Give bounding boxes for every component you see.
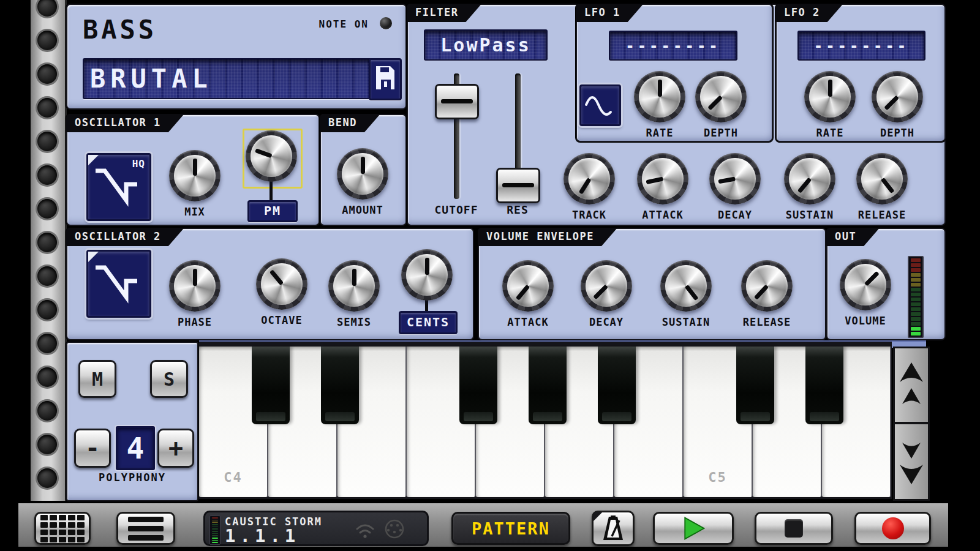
polyphony-label: POLYPHONY bbox=[67, 471, 197, 484]
volenv-decay-knob[interactable]: DECAY bbox=[570, 260, 643, 328]
rack-screw-hole bbox=[37, 435, 57, 454]
knob-label: RELEASE bbox=[730, 316, 804, 328]
knob-label: TRACK bbox=[552, 209, 626, 221]
play-button[interactable] bbox=[653, 512, 734, 545]
knob-label: DEPTH bbox=[684, 127, 758, 139]
black-key-F#4[interactable] bbox=[459, 347, 497, 424]
volenv-release-knob[interactable]: RELEASE bbox=[730, 260, 804, 328]
meter-segment bbox=[212, 527, 218, 528]
transport-bar: CAUSTIC STORM 1.1.1 PATTERN bbox=[18, 503, 948, 547]
lfo2-tab: LFO 2 bbox=[775, 4, 843, 22]
lfo2-display[interactable]: -------- bbox=[797, 31, 925, 61]
osc2-cents-knob[interactable] bbox=[390, 249, 464, 301]
fold-corner bbox=[88, 155, 99, 165]
cents-knob-stem bbox=[425, 299, 428, 312]
metronome-button[interactable] bbox=[592, 511, 635, 546]
volenv-attack-knob[interactable]: ATTACK bbox=[491, 260, 565, 328]
fold-corner bbox=[88, 252, 99, 262]
meter-segment bbox=[212, 524, 218, 525]
black-key-A#4[interactable] bbox=[598, 347, 636, 424]
cutoff-slider-handle[interactable] bbox=[435, 84, 479, 119]
lfo1-display[interactable]: -------- bbox=[609, 31, 737, 61]
pattern-button[interactable]: PATTERN bbox=[451, 512, 570, 545]
key-label-C5: C5 bbox=[684, 470, 752, 485]
bend-amount-knob[interactable]: AMOUNT bbox=[326, 148, 399, 216]
osc2-phase-knob[interactable]: PHASE bbox=[158, 260, 232, 328]
save-preset-button[interactable] bbox=[369, 58, 402, 100]
filter-decay-knob[interactable]: DECAY bbox=[698, 153, 772, 221]
filter-res-slider[interactable] bbox=[515, 73, 521, 199]
meter-segment bbox=[911, 268, 921, 272]
meter-segment bbox=[911, 293, 921, 296]
meter-segment bbox=[212, 538, 218, 539]
note-on-led bbox=[380, 17, 392, 29]
lfo1-waveform-button[interactable] bbox=[579, 84, 621, 126]
mute-button[interactable]: M bbox=[78, 360, 116, 398]
osc2-cents-mode-button[interactable]: CENTS bbox=[399, 311, 458, 334]
knob-label: ATTACK bbox=[491, 316, 565, 328]
black-key-D#4[interactable] bbox=[321, 347, 359, 424]
stop-square-icon bbox=[785, 519, 803, 538]
osc1-pm-mode-button[interactable]: PM bbox=[247, 200, 298, 222]
rack-screw-hole bbox=[37, 233, 57, 252]
output-level-meter bbox=[908, 256, 924, 338]
volume-envelope-tab: VOLUME ENVELOPE bbox=[478, 228, 617, 246]
volenv-sustain-knob[interactable]: SUSTAIN bbox=[649, 260, 723, 328]
pad-grid-icon bbox=[40, 515, 85, 542]
filter-type-display[interactable]: LowPass bbox=[424, 29, 548, 61]
out-volume-knob[interactable]: VOLUME bbox=[829, 259, 902, 327]
solo-button[interactable]: S bbox=[150, 360, 188, 398]
rack-screw-hole bbox=[37, 98, 57, 118]
play-triangle-icon bbox=[680, 515, 707, 542]
meter-segment bbox=[212, 542, 218, 543]
osc1-waveform-button[interactable]: HQ bbox=[86, 153, 151, 221]
rack-rail bbox=[31, 0, 67, 501]
meter-segment bbox=[212, 533, 218, 534]
record-button[interactable] bbox=[854, 512, 931, 545]
octave-up-button[interactable] bbox=[893, 347, 930, 424]
lfo2-depth-knob[interactable]: DEPTH bbox=[861, 71, 934, 139]
meter-segment bbox=[212, 528, 218, 530]
meter-segment bbox=[911, 332, 921, 335]
stop-button[interactable] bbox=[755, 512, 833, 545]
rack-screw-hole bbox=[37, 266, 57, 286]
note-on-label: NOTE ON bbox=[319, 18, 369, 30]
knob-label: DEPTH bbox=[861, 127, 934, 139]
osc1-mix-knob[interactable]: MIX bbox=[158, 150, 232, 218]
lfo2-rate-knob[interactable]: RATE bbox=[793, 71, 867, 139]
oscillator2-tab: OSCILLATOR 2 bbox=[66, 228, 184, 246]
pads-view-button[interactable] bbox=[34, 512, 91, 545]
bend-tab: BEND bbox=[320, 114, 380, 132]
black-key-C#4[interactable] bbox=[252, 347, 290, 424]
polyphony-decrement-button[interactable]: - bbox=[74, 429, 111, 468]
res-slider-handle[interactable] bbox=[496, 168, 540, 203]
filter-cutoff-slider[interactable] bbox=[454, 73, 459, 199]
knob-label: SUSTAIN bbox=[773, 209, 846, 221]
meter-segment bbox=[911, 302, 921, 306]
knob-label: SUSTAIN bbox=[649, 316, 723, 328]
filter-attack-knob[interactable]: ATTACK bbox=[626, 153, 699, 221]
knob-label: RELEASE bbox=[845, 209, 919, 221]
osc2-octave-knob[interactable]: OCTAVE bbox=[245, 258, 318, 326]
osc2-waveform-button[interactable] bbox=[86, 250, 151, 318]
preset-name-display[interactable]: BRUTAL bbox=[83, 58, 372, 99]
octave-down-button[interactable] bbox=[893, 422, 930, 501]
osc2-semis-knob[interactable]: SEMIS bbox=[317, 260, 391, 328]
black-key-D#5[interactable] bbox=[805, 347, 843, 424]
filter-sustain-knob[interactable]: SUSTAIN bbox=[773, 153, 846, 221]
menu-button[interactable] bbox=[116, 512, 175, 545]
polyphony-increment-button[interactable]: + bbox=[157, 429, 194, 468]
song-position-display[interactable]: CAUSTIC STORM 1.1.1 bbox=[203, 511, 429, 546]
black-key-G#4[interactable] bbox=[529, 347, 567, 424]
rack-screw-hole bbox=[37, 31, 57, 50]
filter-track-knob[interactable]: TRACK bbox=[552, 153, 626, 221]
meter-segment bbox=[911, 288, 921, 291]
corner-fold bbox=[593, 512, 603, 522]
osc1-pm-knob[interactable] bbox=[235, 130, 308, 182]
knob-label: ATTACK bbox=[626, 209, 699, 221]
lfo1-tab: LFO 1 bbox=[576, 4, 644, 22]
black-key-C#5[interactable] bbox=[736, 347, 774, 424]
key-label-C4: C4 bbox=[199, 470, 267, 485]
filter-release-knob[interactable]: RELEASE bbox=[845, 153, 919, 221]
lfo1-depth-knob[interactable]: DEPTH bbox=[684, 71, 758, 139]
